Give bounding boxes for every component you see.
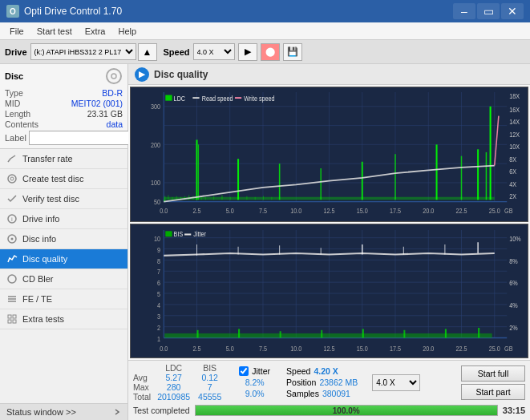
svg-text:10.0: 10.0 [290, 208, 302, 216]
svg-text:BIS: BIS [174, 229, 184, 238]
svg-text:2.5: 2.5 [192, 344, 200, 353]
speed-icon-btn3[interactable]: 💾 [283, 43, 302, 61]
minimize-button[interactable]: – [453, 3, 475, 19]
status-window-button[interactable]: Status window >> [0, 403, 127, 420]
info-icon: i [6, 213, 18, 224]
svg-text:10X: 10X [509, 143, 520, 151]
sidebar-item-cd-bler[interactable]: CD Bler [0, 269, 127, 289]
sidebar-item-extra-tests[interactable]: Extra tests [0, 309, 127, 329]
eject-button[interactable]: ▲ [138, 43, 157, 61]
jitter-label: Jitter [252, 366, 270, 376]
svg-text:4X: 4X [509, 180, 517, 188]
time-display: 33:15 [503, 406, 525, 415]
stats-avg-label: Avg [133, 373, 157, 382]
stats-table: LDC BIS Avg 5.27 0.12 Max 280 7 Total [133, 363, 229, 402]
drive-select[interactable]: (k:) ATAPI iHBS312 2 PL17 [30, 43, 136, 60]
start-full-button[interactable]: Start full [461, 365, 525, 382]
svg-text:0.0: 0.0 [160, 208, 168, 216]
svg-text:10.0: 10.0 [290, 344, 301, 353]
menu-bar: File Start test Extra Help [0, 22, 530, 40]
svg-text:22.5: 22.5 [455, 208, 467, 216]
sidebar-item-label: Disc quality [22, 254, 67, 264]
samples-label: Samples [286, 389, 319, 398]
svg-rect-90 [271, 197, 272, 200]
svg-text:6X: 6X [509, 168, 517, 176]
svg-rect-84 [213, 196, 214, 200]
sidebar-menu: Transfer rate Create test disc Verify te… [0, 149, 127, 403]
sidebar-item-fe-te[interactable]: FE / TE [0, 289, 127, 309]
disc-contents-label: Contents [5, 119, 38, 129]
sidebar-item-verify-test-disc[interactable]: Verify test disc [0, 189, 127, 209]
svg-text:8X: 8X [509, 155, 517, 164]
svg-text:GB: GB [504, 208, 512, 216]
svg-rect-14 [8, 315, 11, 318]
svg-text:50: 50 [154, 199, 161, 207]
stats-header-ldc: LDC [157, 363, 198, 373]
app-icon: O [6, 5, 19, 18]
stats-total-label: Total [133, 392, 157, 402]
disc-label-input[interactable] [29, 131, 136, 145]
stats-max-ldc: 280 [157, 382, 198, 392]
svg-text:7: 7 [157, 267, 160, 276]
sidebar-item-create-test-disc[interactable]: Create test disc [0, 169, 127, 189]
window-title: Opti Drive Control 1.70 [24, 6, 122, 17]
svg-rect-75 [168, 195, 168, 200]
speed-label2: Speed [286, 366, 310, 376]
speed-icon-btn1[interactable]: ▶ [238, 43, 257, 61]
svg-text:Jitter: Jitter [193, 229, 206, 238]
svg-text:8: 8 [157, 256, 160, 265]
svg-text:300: 300 [151, 103, 161, 111]
status-text: Test completed [133, 406, 190, 415]
svg-text:12.5: 12.5 [323, 208, 334, 216]
sidebar-item-disc-info[interactable]: Disc info [0, 229, 127, 249]
svg-rect-85 [221, 195, 222, 200]
svg-rect-91 [165, 95, 172, 101]
sidebar-item-label: Create test disc [22, 174, 83, 184]
svg-text:4%: 4% [509, 300, 518, 309]
svg-text:7.5: 7.5 [259, 208, 267, 216]
title-bar: O Opti Drive Control 1.70 – ▭ ✕ [0, 0, 530, 22]
start-part-button[interactable]: Start part [461, 384, 525, 400]
speed-icon-btn2[interactable]: ⬤ [261, 43, 280, 61]
svg-rect-163 [165, 231, 172, 236]
menu-extra[interactable]: Extra [79, 22, 112, 39]
disc-mid-label: MID [5, 99, 20, 108]
sidebar-item-label: FE / TE [22, 294, 52, 304]
menu-help[interactable]: Help [111, 22, 143, 39]
svg-text:8%: 8% [509, 256, 518, 265]
svg-text:6%: 6% [509, 278, 518, 287]
svg-text:2: 2 [157, 322, 160, 331]
maximize-button[interactable]: ▭ [477, 3, 500, 19]
sidebar-item-transfer-rate[interactable]: Transfer rate [0, 149, 127, 169]
sidebar-item-disc-quality[interactable]: Disc quality [0, 249, 127, 269]
sidebar-item-drive-info[interactable]: i Drive info [0, 209, 127, 229]
progress-section: Test completed 100.0% 33:15 [133, 403, 525, 418]
svg-rect-149 [280, 331, 281, 337]
sidebar-item-label: CD Bler [22, 274, 54, 284]
speed-pos-section: Speed 4.20 X Position 23862 MB Samples 3… [286, 366, 358, 398]
speed-select-bottom[interactable]: 4.0 X [372, 374, 420, 391]
svg-text:14X: 14X [509, 119, 520, 127]
svg-text:12.5: 12.5 [323, 344, 334, 353]
disc-panel-title: Disc [5, 71, 23, 81]
svg-text:20.0: 20.0 [423, 208, 435, 216]
speed-select-top[interactable]: 4.0 X [193, 43, 235, 60]
disc-quality-header: ▶ Disc quality [128, 64, 530, 85]
position-label: Position [286, 378, 316, 387]
close-button[interactable]: ✕ [501, 3, 524, 19]
disc-panel-icon [105, 67, 123, 85]
sidebar-item-label: Extra tests [22, 314, 64, 324]
menu-start-test[interactable]: Start test [30, 22, 79, 39]
svg-rect-87 [246, 196, 247, 200]
extra-icon [6, 313, 18, 325]
stats-total-ldc: 2010985 [157, 392, 198, 402]
speed-label: Speed [164, 47, 190, 57]
svg-rect-17 [13, 320, 16, 323]
disc-label-label: Label [5, 133, 26, 143]
jitter-checkbox[interactable] [239, 366, 249, 376]
svg-point-9 [11, 238, 14, 240]
drive-speed-bar: Drive (k:) ATAPI iHBS312 2 PL17 ▲ Speed … [0, 40, 530, 64]
stats-max-bis: 7 [198, 382, 229, 392]
menu-file[interactable]: File [3, 22, 30, 39]
svg-text:0.0: 0.0 [160, 344, 168, 353]
